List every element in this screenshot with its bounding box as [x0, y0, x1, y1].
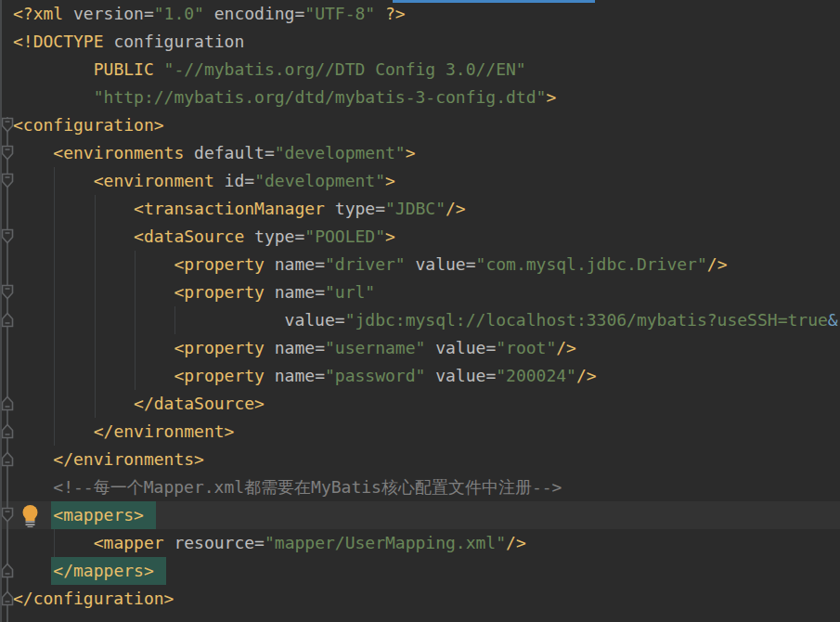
code-token-str: "development": [275, 143, 406, 162]
fold-collapse-icon[interactable]: [1, 117, 14, 133]
code-token-tag: />: [576, 366, 597, 385]
code-token-str: "JDBC": [385, 199, 446, 218]
code-token-str: "1.0": [154, 4, 204, 23]
fold-end-icon[interactable]: [1, 395, 14, 411]
code-token-plain: [204, 4, 214, 23]
code-line[interactable]: <environments default="development">: [0, 139, 840, 167]
fold-end-icon[interactable]: [1, 423, 14, 439]
code-token-tag: <property: [174, 254, 274, 274]
code-token-plain: [13, 533, 94, 552]
code-token-tag: <configuration>: [13, 115, 164, 135]
code-token-plain: [425, 366, 435, 385]
code-token-kw: PUBLIC: [94, 59, 154, 79]
code-line[interactable]: <transactionManager type="JDBC"/>: [0, 195, 840, 223]
code-token-tag: <dataSource: [134, 227, 254, 246]
code-token-tag: />: [556, 338, 576, 357]
code-line[interactable]: </dataSource>: [0, 390, 840, 418]
code-line[interactable]: <property name="driver" value="com.mysql…: [0, 251, 840, 279]
code-token-eq: =: [315, 338, 325, 357]
code-token-str: "jdbc:mysql://localhost:3306/mybatis?use…: [345, 310, 828, 330]
code-line[interactable]: <dataSource type="POOLED">: [0, 223, 840, 251]
code-token-tag: <?xml: [13, 4, 73, 23]
code-area[interactable]: <?xml version="1.0" encoding="UTF-8" ?><…: [0, 0, 840, 622]
code-token-eq: =: [485, 338, 496, 357]
code-token-plain: [13, 394, 134, 413]
fold-end-icon[interactable]: [1, 312, 14, 328]
fold-collapse-icon[interactable]: [1, 507, 14, 523]
code-line[interactable]: <!--每一个Mapper.xml都需要在MyBatis核心配置文件中注册-->: [0, 473, 840, 501]
code-token-attr: configuration: [104, 32, 245, 51]
code-token-plain: [13, 199, 134, 218]
code-token-plain: [13, 449, 53, 469]
active-tab-indicator-bar: [393, 0, 595, 3]
code-token-attr: value: [435, 338, 485, 357]
fold-collapse-icon[interactable]: [1, 173, 14, 188]
code-line[interactable]: </environments>: [0, 446, 840, 473]
code-line[interactable]: <property name="username" value="root"/>: [0, 334, 840, 362]
fold-end-icon[interactable]: [1, 451, 14, 467]
fold-collapse-icon[interactable]: [1, 145, 14, 161]
code-token-attr: name: [275, 282, 315, 302]
code-line[interactable]: <?xml version="1.0" encoding="UTF-8" ?>: [0, 0, 840, 28]
code-token-plain: [13, 366, 174, 385]
highlighted-tag-token: <mappers>: [51, 501, 156, 529]
code-token-tag: <mapper: [94, 533, 174, 552]
code-line[interactable]: value="jdbc:mysql://localhost:3306/mybat…: [0, 306, 840, 334]
code-token-attr: id: [225, 171, 245, 190]
code-token-attr: type: [254, 227, 294, 246]
code-token-plain: [406, 254, 416, 274]
code-token-eq: =: [294, 227, 304, 246]
code-token-plain: [375, 4, 385, 23]
code-token-tag: </environment>: [94, 421, 235, 441]
code-token-attr: version: [73, 4, 144, 23]
code-line[interactable]: <!DOCTYPE configuration: [0, 28, 840, 56]
code-token-str: "200024": [496, 366, 576, 385]
code-token-attr: value: [285, 310, 335, 330]
code-token-tag: <property: [174, 338, 274, 357]
code-token-tag: />: [506, 533, 526, 552]
code-line[interactable]: <mappers>: [0, 501, 840, 529]
code-editor[interactable]: <?xml version="1.0" encoding="UTF-8" ?><…: [0, 0, 840, 622]
code-token-str: "UTF-8": [304, 4, 375, 23]
code-line[interactable]: "http://mybatis.org/dtd/mybatis-3-config…: [0, 84, 840, 111]
code-line[interactable]: PUBLIC "-//mybatis.org//DTD Config 3.0//…: [0, 56, 840, 84]
code-line[interactable]: <property name="url": [0, 279, 840, 306]
code-token-plain: [425, 338, 435, 357]
code-token-eq: =: [315, 366, 325, 385]
code-token-plain: [13, 87, 94, 107]
fold-collapse-icon[interactable]: [1, 228, 14, 244]
code-token-eq: =: [375, 199, 385, 218]
code-token-str: "-//mybatis.org//DTD Config 3.0//EN": [164, 59, 526, 79]
code-token-eq: =: [265, 143, 275, 162]
code-token-str: "http://mybatis.org/dtd/mybatis-3-config…: [94, 87, 547, 107]
code-token-eq: =: [144, 4, 154, 23]
code-token-tag: <!DOCTYPE: [13, 32, 104, 51]
code-line[interactable]: <property name="password" value="200024"…: [0, 362, 840, 390]
code-line[interactable]: <environment id="development">: [0, 167, 840, 195]
code-token-plain: [13, 421, 94, 441]
code-token-tag: <environments: [53, 143, 194, 162]
code-line[interactable]: <configuration>: [0, 111, 840, 139]
code-token-plain: [13, 338, 174, 357]
lightbulb-icon[interactable]: [20, 504, 40, 536]
code-token-attr: name: [275, 338, 315, 357]
code-token-tag: >: [385, 171, 395, 190]
code-line[interactable]: </configuration>: [0, 585, 840, 613]
code-token-tag: >: [546, 87, 556, 107]
code-line[interactable]: </mappers>: [0, 557, 840, 585]
code-line[interactable]: </environment>: [0, 418, 840, 446]
code-token-tag: <transactionManager: [134, 199, 335, 218]
fold-end-icon[interactable]: [1, 590, 14, 606]
code-token-str: "username": [325, 338, 425, 357]
fold-collapse-icon[interactable]: [1, 284, 14, 300]
code-token-tag: />: [446, 199, 466, 218]
code-token-plain: [13, 143, 53, 162]
code-token-str: "mapper/UserMapping.xml": [265, 533, 506, 552]
code-token-str: "driver": [325, 254, 406, 274]
code-token-plain: [13, 254, 174, 274]
fold-end-icon[interactable]: [1, 563, 14, 578]
code-token-attr: resource: [174, 533, 254, 552]
code-token-eq: =: [466, 254, 476, 274]
code-line[interactable]: <mapper resource="mapper/UserMapping.xml…: [0, 529, 840, 557]
code-token-eq: =: [244, 171, 254, 190]
